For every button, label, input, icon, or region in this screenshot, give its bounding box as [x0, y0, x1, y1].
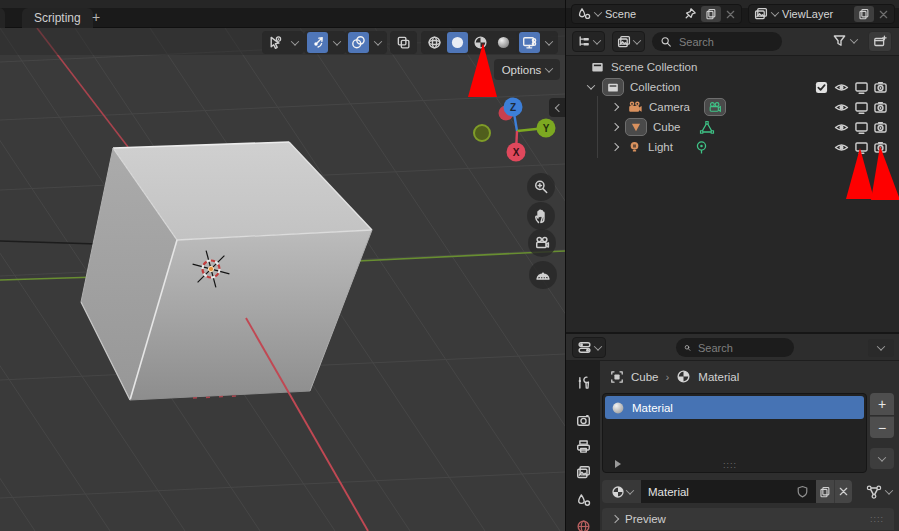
properties-options-dropdown[interactable]	[868, 339, 894, 357]
expand-chevron[interactable]	[611, 123, 619, 131]
show-overlays-toggle[interactable]	[348, 32, 369, 53]
gizmo-group	[304, 31, 346, 54]
mesh-object-icon	[629, 121, 643, 134]
viewport-display-dropdown[interactable]	[542, 40, 555, 46]
scene-delete-icon[interactable]	[725, 9, 736, 20]
show-gizmo-toggle[interactable]	[307, 32, 328, 53]
remove-material-slot-button[interactable]: −	[870, 416, 894, 438]
shading-wireframe-button[interactable]	[424, 32, 445, 53]
viewport-3d[interactable]: Options Z Y X	[0, 28, 565, 531]
tab-world[interactable]	[569, 513, 597, 531]
breadcrumb-separator: ›	[666, 371, 670, 383]
mesh-data-icon	[699, 120, 715, 135]
breadcrumb-object[interactable]: Cube	[631, 371, 659, 383]
add-workspace-button[interactable]: +	[86, 8, 106, 28]
preview-panel-header[interactable]: Preview ::::	[602, 508, 894, 530]
properties-search[interactable]	[676, 338, 794, 357]
disable-in-render-toggle[interactable]	[871, 137, 889, 157]
material-slot-list[interactable]: Material ::::	[602, 393, 867, 473]
hide-in-viewport-toggle[interactable]	[832, 97, 850, 117]
scene-copy-button[interactable]	[701, 6, 721, 22]
list-resize-grip[interactable]: ::::	[723, 460, 737, 470]
gizmo-x-label: X	[513, 147, 520, 158]
outliner-filter-dropdown[interactable]	[832, 33, 857, 48]
material-nodes-dropdown[interactable]	[866, 484, 892, 500]
expand-chevron[interactable]	[611, 143, 619, 151]
scene-selector[interactable]: Scene	[571, 4, 742, 24]
add-material-slot-button[interactable]: +	[870, 393, 894, 415]
viewlayer-delete-icon[interactable]	[878, 9, 889, 20]
hide-in-viewport-toggle[interactable]	[832, 77, 850, 97]
properties-panel: Cube › Material Material :::: + −	[566, 334, 899, 531]
outliner-display-mode-dropdown[interactable]	[572, 31, 605, 52]
properties-editor-type-dropdown[interactable]	[572, 337, 606, 358]
outliner-search[interactable]	[652, 32, 782, 51]
disable-in-render-toggle[interactable]	[871, 97, 889, 117]
panel-divider-vertical[interactable]	[565, 0, 566, 531]
outliner-filter-view-dropdown[interactable]	[612, 31, 645, 52]
tab-view-layer[interactable]	[569, 459, 597, 485]
disable-in-render-toggle[interactable]	[871, 77, 889, 97]
navigation-gizmo[interactable]: Z Y X	[465, 88, 565, 170]
material-slot-selected[interactable]: Material	[605, 396, 864, 419]
overlays-dropdown[interactable]	[371, 40, 384, 46]
fake-user-shield-icon[interactable]	[796, 485, 809, 498]
disable-in-viewport-toggle[interactable]	[852, 117, 870, 137]
search-icon	[660, 36, 672, 48]
panel-divider-horizontal[interactable]	[566, 332, 899, 334]
outliner-search-input[interactable]	[677, 35, 767, 49]
object-type-visibility-dropdown[interactable]	[288, 40, 301, 46]
expand-chevron[interactable]	[611, 103, 619, 111]
row-scene-collection[interactable]: Scene Collection	[566, 57, 899, 77]
new-collection-button[interactable]	[868, 31, 892, 52]
viewport-display-group	[516, 31, 558, 54]
toggle-perspective-grid-button[interactable]	[529, 261, 557, 289]
object-type-visibility-button[interactable]	[265, 32, 286, 53]
tool-icon	[576, 375, 591, 390]
row-collection[interactable]: Collection	[566, 77, 899, 97]
disable-in-viewport-toggle[interactable]	[852, 97, 870, 117]
camera-view-button[interactable]	[528, 229, 556, 257]
gizmo-dropdown[interactable]	[330, 40, 343, 46]
breadcrumb-data[interactable]: Material	[698, 371, 739, 383]
zoom-button[interactable]	[527, 173, 555, 201]
pin-icon[interactable]	[683, 7, 697, 21]
slot-list-filter-toggle[interactable]	[615, 460, 621, 468]
viewport-display-button[interactable]	[519, 32, 540, 53]
browse-material-button[interactable]	[602, 480, 641, 503]
object-data-icon	[610, 370, 624, 384]
viewlayer-copy-button[interactable]	[854, 6, 874, 22]
search-icon	[684, 342, 691, 354]
disable-in-render-toggle[interactable]	[871, 117, 889, 137]
hide-in-viewport-toggle[interactable]	[832, 117, 850, 137]
toggle-xray-button[interactable]	[393, 32, 414, 53]
material-datablock-row: Material	[602, 480, 892, 503]
unlink-material-button[interactable]	[834, 480, 852, 503]
workspace-tab-scripting[interactable]: Scripting	[22, 8, 93, 28]
tab-scene[interactable]	[569, 487, 597, 513]
disable-in-viewport-toggle[interactable]	[852, 77, 870, 97]
gizmo-negy-ball[interactable]	[474, 125, 490, 141]
workspace-tab-partial[interactable]: g	[0, 8, 5, 28]
disable-in-viewport-toggle[interactable]	[852, 137, 870, 157]
tab-tool[interactable]	[569, 369, 597, 395]
collection-exclude-checkbox[interactable]	[812, 77, 830, 97]
collapse-chevron[interactable]	[587, 81, 595, 89]
annotation-arrow-shading	[460, 38, 505, 100]
properties-search-input[interactable]	[696, 341, 786, 355]
pan-hand-button[interactable]	[527, 202, 555, 230]
overlays-group	[345, 31, 387, 54]
hide-in-viewport-toggle[interactable]	[832, 137, 850, 157]
row-label: Scene Collection	[611, 61, 697, 73]
material-name-field[interactable]: Material	[641, 480, 816, 503]
new-material-copy-button[interactable]	[816, 480, 834, 503]
xray-group	[390, 31, 417, 54]
row-cube[interactable]: Cube	[566, 117, 899, 137]
tab-render[interactable]	[569, 407, 597, 433]
row-camera[interactable]: Camera	[566, 97, 899, 117]
row-light[interactable]: Light	[566, 137, 899, 157]
magnifier-plus-icon	[533, 179, 549, 195]
tab-output[interactable]	[569, 433, 597, 459]
slot-specials-dropdown[interactable]	[870, 448, 894, 469]
viewlayer-selector[interactable]: ViewLayer	[748, 4, 895, 24]
